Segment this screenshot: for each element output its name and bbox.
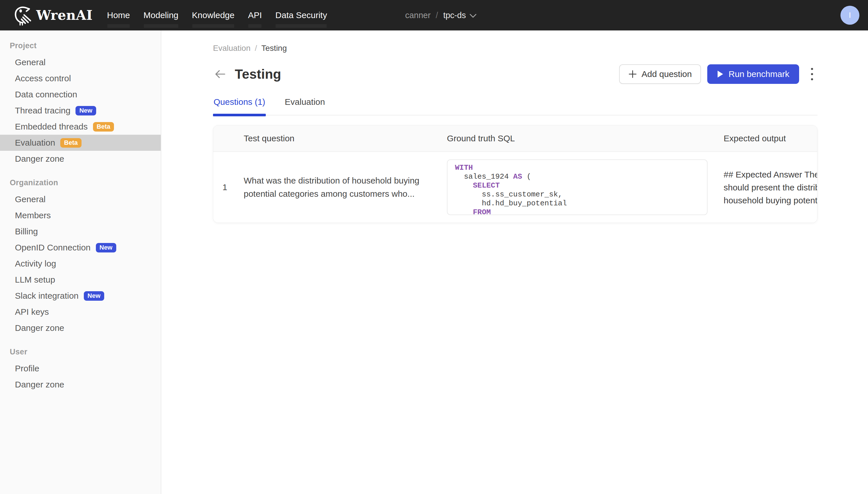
sql-line: hd.hd_buy_potential [455,199,699,208]
sidebar-item-label: Thread tracing [15,106,70,115]
brand-name: WrenAI [36,7,93,23]
sidebar-item-label: Activity log [15,259,56,268]
workspace-separator: / [436,11,438,20]
beta-badge: Beta [93,122,114,132]
sidebar-item-general[interactable]: General [0,54,161,70]
breadcrumb-current: Testing [261,44,287,53]
sidebar-item-label: OpenID Connection [15,243,91,252]
page-title: Testing [235,66,281,82]
plus-icon [628,70,637,78]
breadcrumb: Evaluation / Testing [213,44,817,53]
nav-item-modeling[interactable]: Modeling [143,10,179,20]
expected-output-line: should present the distribu [724,181,817,194]
app-layout: Project General Access control Data conn… [0,31,868,494]
sql-line: FROM [455,208,699,215]
sidebar-item-danger-zone[interactable]: Danger zone [0,151,161,167]
sidebar-item-danger-zone[interactable]: Danger zone [0,320,161,336]
arrow-left-icon [215,70,225,79]
add-question-label: Add question [642,69,692,79]
sidebar: Project General Access control Data conn… [0,31,161,494]
sql-code: WITH sales_1924 AS ( SELECT ss.ss_custom… [455,164,699,215]
sidebar-item-thread-tracing[interactable]: Thread tracing New [0,102,161,119]
sidebar-section: User Profile Danger zone [0,347,161,393]
sidebar-item-label: LLM setup [15,275,55,285]
sidebar-item-embedded-threads[interactable]: Embedded threads Beta [0,119,161,135]
table-row[interactable]: 1 What was the distribution of household… [213,152,817,223]
table-header-sql: Ground truth SQL [447,134,724,143]
tab-evaluation[interactable]: Evaluation [284,97,326,115]
nav-item-api[interactable]: API [248,10,262,20]
sidebar-item-label: Profile [15,364,39,373]
sql-line: sales_1924 AS ( [455,172,699,181]
sidebar-item-profile[interactable]: Profile [0,360,161,377]
sidebar-item-openid-connection[interactable]: OpenID Connection New [0,240,161,255]
sidebar-item-label: Evaluation [15,138,55,148]
sidebar-item-access-control[interactable]: Access control [0,70,161,87]
sidebar-item-slack-integration[interactable]: Slack integration New [0,288,161,304]
sql-line: SELECT [455,181,699,190]
new-badge: New [96,243,116,252]
sidebar-item-data-connection[interactable]: Data connection [0,87,161,102]
sidebar-section: Project General Access control Data conn… [0,41,161,167]
nav-item-data-security[interactable]: Data Security [275,10,327,20]
sidebar-item-evaluation[interactable]: Evaluation Beta [0,135,161,151]
sidebar-section-items: General Access control Data connection T… [0,54,161,167]
kebab-menu-icon [811,68,813,81]
user-avatar[interactable]: I [841,6,860,25]
back-button[interactable] [213,68,227,80]
sidebar-item-label: API keys [15,307,49,317]
sidebar-item-label: Slack integration [15,291,79,301]
page-header: Testing Add question [213,64,817,84]
main-content: Evaluation / Testing Testing Add questi [161,31,868,494]
sidebar-item-members[interactable]: Members [0,207,161,224]
more-options-button[interactable] [807,64,817,83]
expected-output-line: ## Expected Answer The a [724,168,817,181]
nav-menu: HomeModelingKnowledgeAPIData Security [107,10,327,20]
sidebar-section: Organization General Members Billing Ope… [0,178,161,336]
beta-badge: Beta [60,138,81,148]
sidebar-item-llm-setup[interactable]: LLM setup [0,272,161,288]
sql-line: WITH [455,164,699,172]
sidebar-item-api-keys[interactable]: API keys [0,304,161,320]
sidebar-item-label: General [15,57,46,67]
new-badge: New [76,106,96,115]
table-body: 1 What was the distribution of household… [213,152,817,223]
row-sql-cell: WITH sales_1924 AS ( SELECT ss.ss_custom… [447,159,724,215]
tab-questions-1[interactable]: Questions (1) [213,97,266,115]
sidebar-item-label: Embedded threads [15,122,88,132]
run-benchmark-button[interactable]: Run benchmark [707,64,799,84]
nav-item-home[interactable]: Home [107,10,130,20]
row-question: What was the distribution of household b… [244,174,447,201]
table-header: Test question Ground truth SQL Expected … [213,126,817,152]
brand[interactable]: WrenAI [13,5,93,26]
sidebar-item-general[interactable]: General [0,191,161,207]
sidebar-item-billing[interactable]: Billing [0,224,161,240]
top-navbar: WrenAI HomeModelingKnowledgeAPIData Secu… [0,0,868,31]
sql-line: ss.ss_customer_sk, [455,190,699,199]
sidebar-item-label: Members [15,210,51,220]
row-index: 1 [213,183,244,192]
workspace-project: tpc-ds [443,11,466,20]
chevron-down-icon [470,14,476,18]
nav-item-knowledge[interactable]: Knowledge [192,10,235,20]
sidebar-item-activity-log[interactable]: Activity log [0,255,161,272]
sql-code-block: WITH sales_1924 AS ( SELECT ss.ss_custom… [447,159,708,215]
row-expected-output: ## Expected Answer The ashould present t… [724,168,817,207]
sidebar-section-title: Organization [0,178,161,187]
questions-table: Test question Ground truth SQL Expected … [213,125,817,223]
breadcrumb-separator: / [255,44,257,53]
add-question-button[interactable]: Add question [619,64,701,84]
sidebar-item-label: Danger zone [15,323,64,333]
breadcrumb-parent[interactable]: Evaluation [213,44,251,53]
sidebar-item-label: Access control [15,74,71,83]
play-icon [717,70,723,78]
sidebar-item-danger-zone[interactable]: Danger zone [0,377,161,393]
run-benchmark-label: Run benchmark [729,69,789,79]
sidebar-item-label: Billing [15,227,38,236]
sidebar-section-items: General Members Billing OpenID Connectio… [0,191,161,336]
new-badge: New [84,291,104,301]
workspace-selector[interactable]: canner / tpc-ds [405,11,476,20]
table-header-question: Test question [244,134,447,143]
sidebar-item-label: Data connection [15,90,77,99]
sidebar-item-label: Danger zone [15,380,64,390]
